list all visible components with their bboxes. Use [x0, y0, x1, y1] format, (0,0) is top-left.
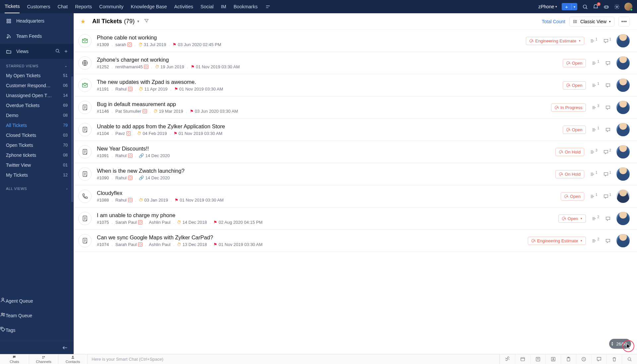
- owner-avatar[interactable]: [616, 123, 630, 136]
- sidebar-views[interactable]: Views+: [0, 44, 74, 59]
- view-title-picker[interactable]: All Tickets (79) ▼: [92, 18, 140, 25]
- ticket-status[interactable]: Engineering Estimate: [526, 37, 584, 45]
- view-overdue-tickets[interactable]: Overdue Tickets69: [0, 100, 74, 110]
- footer-tab-contacts[interactable]: Contacts: [58, 354, 88, 364]
- ticket-subject[interactable]: New Year Discounts!!: [97, 146, 550, 152]
- ticket-status[interactable]: Open: [563, 59, 586, 67]
- nav-tab-im[interactable]: IM: [221, 0, 226, 13]
- comment-count-icon[interactable]: [605, 238, 611, 244]
- ticket-row[interactable]: Zphone's charger not working#1252.renith…: [74, 52, 637, 74]
- ticket-row[interactable]: The new updates with Zpad is awesome.#11…: [74, 74, 637, 96]
- owner-avatar[interactable]: [616, 212, 630, 225]
- thread-count-icon[interactable]: 1: [590, 38, 598, 44]
- footer-history-icon[interactable]: [576, 354, 591, 364]
- smart-chat-input[interactable]: Here is your Smart Chat (Ctrl+Space): [88, 354, 500, 364]
- comment-count-icon[interactable]: 1: [603, 171, 611, 177]
- view-zphone-tickets[interactable]: Zphone tickets08: [0, 150, 74, 160]
- owner-avatar[interactable]: [616, 79, 630, 92]
- search-icon[interactable]: [582, 4, 588, 10]
- view-mode-picker[interactable]: Classic View▾: [569, 17, 614, 27]
- view-customer-respond-[interactable]: Customer Respond…06: [0, 81, 74, 91]
- total-count-link[interactable]: Total Count: [542, 19, 565, 24]
- ticket-row[interactable]: New Year Discounts!!#1091.Rahul .🔗 14 De…: [74, 141, 637, 163]
- nav-tab-bookmarks[interactable]: Bookmarks: [234, 0, 258, 13]
- footer-chat-icon[interactable]: [591, 354, 606, 364]
- ticket-subject[interactable]: I am unable to charge my phone: [97, 212, 553, 218]
- ticket-status[interactable]: On Hold: [555, 148, 584, 156]
- comment-count-icon[interactable]: [605, 60, 611, 66]
- ticket-row[interactable]: When is the new Zwatch launching?#1090.R…: [74, 163, 637, 185]
- ticket-requester[interactable]: Pavz: [115, 131, 131, 136]
- ticket-row[interactable]: Phone cable not working#1309.sarah .⏱ 31…: [74, 30, 637, 52]
- sidebar-team-queue[interactable]: Team Queue: [0, 312, 74, 326]
- nav-tab-activities[interactable]: Activities: [174, 0, 193, 13]
- nav-tab-reports[interactable]: Reports: [75, 0, 92, 13]
- thread-count-icon[interactable]: 3: [591, 105, 599, 110]
- thread-count-icon[interactable]: 1: [591, 60, 599, 66]
- owner-avatar[interactable]: [616, 234, 630, 247]
- ticket-requester[interactable]: Rahul: [115, 198, 132, 203]
- starred-views-heading[interactable]: STARRED VIEWS ⌄: [0, 59, 74, 71]
- owner-avatar[interactable]: [616, 56, 630, 70]
- comment-count-icon[interactable]: 1: [603, 194, 611, 199]
- nav-tab-social[interactable]: Social: [200, 0, 214, 13]
- footer-search-icon[interactable]: [622, 354, 637, 364]
- view-closed-tickets[interactable]: Closed Tickets03: [0, 130, 74, 140]
- footer-note-icon[interactable]: [530, 354, 545, 364]
- ticket-row[interactable]: I am unable to charge my phone#1075.Sara…: [74, 208, 637, 230]
- footer-clipboard-icon[interactable]: [561, 354, 576, 364]
- footer-ai-icon[interactable]: [500, 354, 515, 364]
- nav-tab-customers[interactable]: Customers: [27, 0, 50, 13]
- owner-avatar[interactable]: [616, 145, 630, 158]
- ticket-subject[interactable]: Cloudyflex: [97, 190, 555, 196]
- thread-count-icon[interactable]: 1: [591, 127, 599, 133]
- comment-count-icon[interactable]: 1: [603, 38, 611, 44]
- ticket-subject[interactable]: Unable to add apps from the Zylker Appli…: [97, 123, 557, 130]
- ticket-status[interactable]: In Progress: [551, 103, 586, 112]
- footer-trash-icon[interactable]: [606, 354, 622, 364]
- sidebar-agent-queue[interactable]: Agent Queue: [0, 297, 74, 312]
- search-icon[interactable]: [55, 48, 60, 54]
- view-all-tickets[interactable]: All Tickets79: [0, 120, 74, 130]
- comment-count-icon[interactable]: 2: [603, 149, 611, 155]
- view-my-open-tickets[interactable]: My Open Tickets51: [0, 71, 74, 81]
- add-button[interactable]: +▾: [562, 3, 577, 10]
- all-views-heading[interactable]: ALL VIEWS ›: [0, 182, 74, 193]
- ticket-subject[interactable]: When is the new Zwatch launching?: [97, 168, 550, 174]
- ticket-status[interactable]: Open: [563, 126, 586, 134]
- ticket-requester[interactable]: Sarah Paul: [115, 242, 142, 247]
- footer-tab-chats[interactable]: Chats: [0, 354, 29, 364]
- sidebar-team-feeds[interactable]: Team Feeds: [0, 29, 74, 44]
- thread-count-icon[interactable]: 3: [590, 149, 598, 155]
- nav-tab-tickets[interactable]: Tickets: [5, 0, 20, 13]
- thread-count-icon[interactable]: 1: [590, 194, 598, 199]
- ticket-requester[interactable]: Rahul: [115, 175, 132, 180]
- owner-avatar[interactable]: [616, 34, 630, 47]
- owner-avatar[interactable]: [616, 190, 630, 203]
- thread-count-icon[interactable]: 1: [591, 83, 599, 88]
- ticket-secondary-contact[interactable]: Ashlin Paul: [149, 220, 171, 225]
- view-twitter-view[interactable]: Twitter View01: [0, 160, 74, 170]
- thread-count-icon[interactable]: 2: [591, 238, 599, 244]
- ticket-status[interactable]: On Hold: [555, 170, 584, 178]
- ticket-requester[interactable]: Rahul: [115, 153, 132, 158]
- ticket-requester[interactable]: Pat Stumuller: [115, 109, 147, 114]
- comment-count-icon[interactable]: [605, 105, 611, 110]
- ticket-subject[interactable]: The new updates with Zpad is awesome.: [97, 79, 557, 85]
- ticket-requester[interactable]: renithamani45: [115, 64, 148, 69]
- nav-tab-knowledge-base[interactable]: Knowledge Base: [131, 0, 167, 13]
- more-actions[interactable]: •••: [618, 17, 630, 27]
- comment-count-icon[interactable]: [605, 216, 611, 221]
- ticket-row[interactable]: Cloudyflex#1088.Rahul .⏱ 03 Jan 2019.⚑ 0…: [74, 185, 637, 208]
- comment-count-icon[interactable]: [605, 83, 611, 88]
- ticket-subject[interactable]: Zphone's charger not working: [97, 57, 557, 63]
- collapse-sidebar[interactable]: [0, 341, 74, 354]
- ticket-row[interactable]: Unable to add apps from the Zylker Appli…: [74, 119, 637, 141]
- thread-count-icon[interactable]: 1: [590, 171, 598, 177]
- ticket-status[interactable]: Engineering Estimate: [528, 237, 586, 245]
- owner-avatar[interactable]: [616, 101, 630, 114]
- filter-icon[interactable]: [144, 18, 149, 25]
- ticket-row[interactable]: Can we sync Google Maps with Zylker CarP…: [74, 230, 637, 252]
- nav-tab-chat[interactable]: Chat: [58, 0, 68, 13]
- ticket-row[interactable]: Bug in default measurement app#1146.Pat …: [74, 96, 637, 119]
